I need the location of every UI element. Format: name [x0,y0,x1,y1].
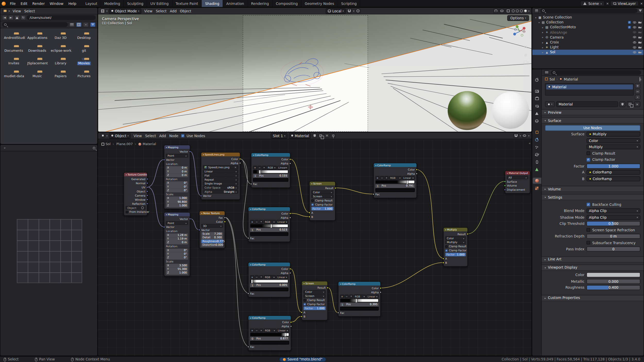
outliner-row[interactable]: ▸ Light [532,45,643,50]
node-row[interactable]: Alpha [340,290,379,294]
node-row[interactable]: Vector [201,228,223,232]
add-stop-button[interactable] [340,295,344,298]
ramp-specials-button[interactable] [259,275,263,279]
folder-item[interactable]: Papiers [49,70,72,78]
node-row[interactable]: Fac [375,192,415,196]
node-row[interactable]: Fac [340,311,379,315]
node-row[interactable]: Fac [250,292,288,295]
folder-item[interactable]: mudlet-data [2,70,26,78]
pan-hand-icon[interactable] [524,52,528,57]
output-socket[interactable] [239,162,241,164]
node-row[interactable]: Repeat [203,178,238,181]
node-row[interactable]: Vector [166,158,188,162]
add-stop-button[interactable] [250,220,254,224]
delete-stop-button[interactable] [345,295,349,298]
add-stop-button[interactable] [375,176,379,180]
node-row[interactable]: Alpha [250,216,288,219]
panel-viewport-display[interactable]: Viewport Display [542,264,643,271]
output-socket[interactable] [290,325,292,327]
node-row[interactable]: X 3.500 [166,264,188,267]
checkbox[interactable] [126,211,128,213]
exclude-checkbox[interactable] [628,26,631,29]
node-row[interactable]: X 0° [166,181,188,185]
output-socket[interactable] [379,291,382,293]
node-row[interactable]: Y 55.300 [166,268,188,271]
node-row[interactable]: Linear [203,169,238,173]
node-row[interactable]: Z 1.000 [166,271,188,275]
node-row[interactable]: Clamp Result [445,244,466,248]
output-socket[interactable] [146,203,148,205]
node-row[interactable]: Alpha [375,172,415,175]
pin-toggle[interactable] [331,133,336,138]
node-header[interactable]: ColorRamp [338,282,380,285]
editor-type-icon[interactable] [100,8,105,13]
node-row[interactable]: Displacement [507,188,528,191]
panel-preview[interactable]: Preview [542,109,643,115]
node-row[interactable]: X 0° [166,249,188,252]
output-socket[interactable] [146,182,148,184]
delete-stop-button[interactable] [380,176,384,180]
file-search-input[interactable] [2,22,68,27]
node-header[interactable]: Noise Texture [200,211,225,215]
properties-search-input[interactable] [551,70,641,75]
back-button[interactable]: ◄ [2,15,7,20]
sort-mode-button[interactable] [83,22,89,27]
folder-item[interactable]: eclipse-work... [49,45,72,52]
node-row[interactable]: RGB Linear [340,295,379,298]
tab-particles[interactable] [532,144,541,150]
shading-material-button[interactable] [520,10,523,12]
node-row[interactable]: Alpha [253,162,288,165]
output-socket[interactable] [379,287,382,289]
node-row[interactable]: RGB Linear [253,166,288,169]
shader-editor-menu[interactable]: View [132,134,143,138]
scene-selector[interactable]: Scene [581,1,605,6]
node-row[interactable]: Clamp Result [311,199,334,202]
output-socket[interactable] [289,158,291,160]
disclosure-caret[interactable]: ▾ [537,21,541,24]
interpolation-dropdown[interactable]: Linear [366,295,379,298]
tab-constraints[interactable] [532,159,541,165]
refraction-depth-field[interactable]: 0 m [587,234,640,239]
outliner-row[interactable]: ▸ CollectionMoto [532,25,643,30]
node-row[interactable]: Color Space sRGB [203,186,238,189]
parent-dir-button[interactable]: ▲ [14,15,20,20]
tab-scene[interactable] [532,110,541,117]
viewport-menu[interactable]: View [142,9,154,13]
node-row[interactable] [250,279,288,283]
delete-stop-button[interactable] [258,166,262,169]
shading-rendered-button[interactable] [524,10,527,12]
snap-toggle[interactable] [514,133,519,138]
metallic-slider[interactable]: 0.000 [587,279,640,284]
node-row[interactable]: Color [253,157,288,161]
topbar-menu[interactable]: Help [66,0,79,7]
node-row[interactable]: Y 1.19 m [166,237,188,241]
input-socket[interactable] [250,183,252,185]
show-gizmo-toggle[interactable] [493,8,498,13]
output-socket[interactable] [189,218,191,220]
blend-mode-dropdown[interactable]: Alpha Clip [587,208,640,213]
material-name-field[interactable]: Material [556,101,618,107]
node-row[interactable]: 3D [201,224,223,228]
node-row[interactable]: Reflection [126,202,146,205]
node-row[interactable]: Color [201,220,223,224]
node-row[interactable]: Y 90.800 [166,200,188,204]
input-socket[interactable] [504,189,506,191]
workspace-tab[interactable]: Animation [223,0,248,7]
surface-node-menu[interactable]: Multiply [587,132,640,137]
input-socket[interactable] [247,237,249,239]
add-stop-button[interactable] [250,275,254,279]
transform-orientation-dropdown[interactable]: Local [326,8,346,14]
node-row[interactable]: Color [375,168,415,171]
tab-texture[interactable] [532,185,541,191]
file-browser-menu[interactable]: View [11,9,23,13]
expand-region-icon[interactable]: « [529,142,531,145]
tab-modifiers[interactable] [532,137,541,143]
node-row[interactable] [250,232,288,236]
folder-item[interactable]: Desktop [72,32,96,40]
disclosure-caret[interactable]: ▸ [541,46,545,49]
node-row[interactable]: B [445,261,466,264]
mode-dropdown[interactable]: Object Mode [109,8,141,14]
output-socket[interactable] [289,162,291,164]
node-row[interactable]: Camera [126,194,146,197]
editor-type-icon[interactable] [544,70,549,75]
